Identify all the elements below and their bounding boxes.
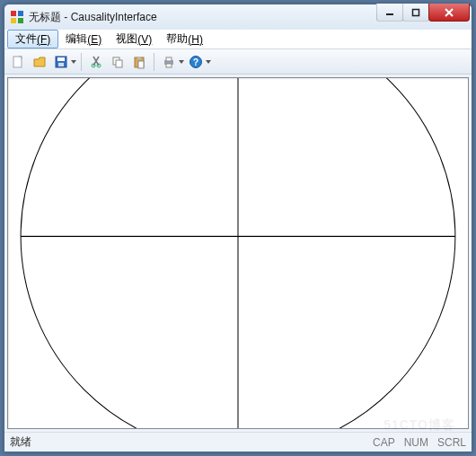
save-dropdown-icon[interactable] — [71, 60, 76, 64]
help-button[interactable]: ? — [186, 52, 206, 72]
statusbar: 就绪 CAP NUM SCRL — [4, 432, 472, 452]
window-title: 无标题 - CausalityInterface — [29, 10, 157, 25]
toolbar: ? — [4, 49, 472, 75]
minimize-button[interactable] — [376, 4, 403, 22]
separator — [154, 53, 154, 71]
svg-rect-3 — [18, 18, 23, 23]
app-window: 无标题 - CausalityInterface 文件(F) 编辑(E) 视图(… — [4, 4, 472, 452]
svg-rect-2 — [11, 18, 16, 23]
paste-button[interactable] — [129, 52, 149, 72]
svg-rect-18 — [166, 57, 172, 61]
window-controls — [377, 4, 470, 22]
menu-help[interactable]: 帮助(H) — [159, 30, 210, 48]
app-icon — [10, 10, 24, 24]
svg-rect-6 — [13, 57, 22, 67]
circle-drawing — [8, 78, 468, 429]
menu-edit[interactable]: 编辑(E) — [58, 30, 109, 48]
status-scrl: SCRL — [437, 436, 466, 449]
status-ready: 就绪 — [10, 434, 31, 450]
print-dropdown-icon[interactable] — [179, 60, 184, 64]
cut-button[interactable] — [86, 52, 106, 72]
save-button[interactable] — [51, 52, 71, 72]
menu-view[interactable]: 视图(V) — [109, 30, 159, 48]
drawing-canvas[interactable] — [7, 77, 469, 429]
menu-file[interactable]: 文件(F) — [7, 30, 58, 48]
svg-rect-8 — [57, 57, 65, 61]
new-button[interactable] — [8, 52, 28, 72]
svg-text:?: ? — [193, 57, 198, 67]
help-dropdown-icon[interactable] — [206, 60, 211, 64]
svg-rect-19 — [166, 64, 172, 67]
maximize-button[interactable] — [402, 4, 429, 22]
svg-rect-9 — [58, 63, 64, 66]
status-num: NUM — [404, 436, 428, 449]
svg-rect-13 — [116, 60, 122, 67]
svg-rect-16 — [138, 61, 144, 68]
svg-rect-1 — [18, 11, 23, 16]
copy-button[interactable] — [108, 52, 128, 72]
separator — [81, 53, 82, 71]
svg-rect-15 — [137, 57, 141, 59]
close-button[interactable] — [428, 4, 470, 22]
status-cap: CAP — [373, 436, 395, 449]
svg-rect-0 — [11, 11, 16, 16]
canvas-area — [4, 75, 472, 432]
titlebar[interactable]: 无标题 - CausalityInterface — [4, 4, 472, 30]
menubar: 文件(F) 编辑(E) 视图(V) 帮助(H) — [4, 30, 472, 49]
svg-rect-5 — [413, 9, 419, 15]
print-button[interactable] — [159, 52, 179, 72]
open-button[interactable] — [30, 52, 49, 72]
